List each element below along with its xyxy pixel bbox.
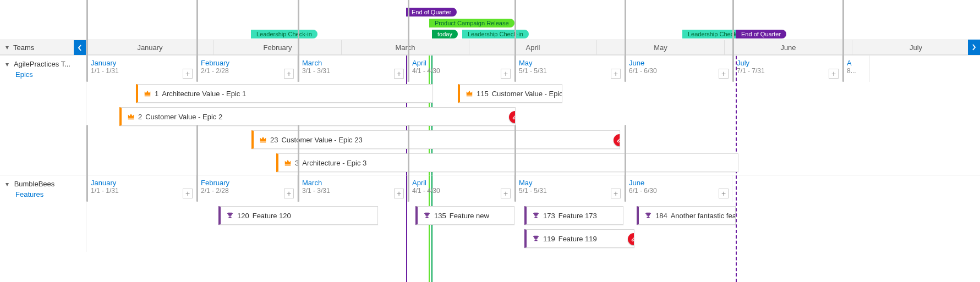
crown-icon xyxy=(284,159,292,167)
sprint-name[interactable]: June xyxy=(629,179,727,187)
backlog-level-link[interactable]: Epics xyxy=(15,70,80,79)
team-header[interactable]: ▾ AgilePractices T... xyxy=(6,60,80,68)
backlog-level-link[interactable]: Features xyxy=(15,190,80,198)
epic-card[interactable]: 115 Customer Value - Epic 115 xyxy=(458,84,562,103)
scroll-right-button[interactable] xyxy=(968,40,980,55)
sprint-divider xyxy=(86,125,88,202)
feature-card[interactable]: 135 Feature new xyxy=(415,206,514,225)
feature-card[interactable]: 120 Feature 120 xyxy=(218,206,378,225)
feature-card[interactable]: 184 Another fantastic feature xyxy=(637,206,736,225)
card-title: Feature 120 xyxy=(253,212,291,220)
marker-end-of-quarter-1[interactable]: End of Quarter xyxy=(406,8,457,16)
link-icon[interactable] xyxy=(614,134,620,146)
sprint-name[interactable]: January xyxy=(91,59,191,67)
card-title: Architecture - Epic 3 xyxy=(302,159,366,167)
trophy-icon xyxy=(226,212,234,219)
link-icon[interactable] xyxy=(509,111,516,123)
trophy-icon xyxy=(644,212,652,219)
card-title: Another fantastic feature xyxy=(671,212,736,220)
sprint-name[interactable]: June xyxy=(629,59,727,67)
add-item-button[interactable]: + xyxy=(183,69,193,79)
add-item-button[interactable]: + xyxy=(394,189,404,198)
sprint-divider xyxy=(298,0,299,82)
sprint-divider xyxy=(196,125,198,202)
crown-icon xyxy=(127,113,135,120)
month-header: June xyxy=(725,40,852,54)
card-title: Customer Value - Epic 23 xyxy=(281,136,362,144)
timeline-left-header: ▾ Teams xyxy=(0,40,86,54)
add-item-button[interactable]: + xyxy=(501,189,511,198)
month-header: April xyxy=(469,40,597,54)
crown-icon xyxy=(466,90,473,97)
sprint-column: January 1/1 - 1/31 + xyxy=(86,56,196,82)
marker-leadership-2[interactable]: Leadership Check-in xyxy=(462,30,529,38)
sprint-divider xyxy=(625,0,626,82)
team-header[interactable]: ▾ BumbleBees xyxy=(6,180,80,188)
card-title: Feature new xyxy=(450,212,489,220)
sprint-column: March 3/1 - 3/31 + xyxy=(298,175,408,202)
feature-card[interactable]: 119 Feature 119 xyxy=(524,229,634,248)
epic-card[interactable]: 2 Customer Value - Epic 2 xyxy=(119,107,516,126)
sprint-name[interactable]: May xyxy=(519,59,620,67)
sprint-name[interactable]: February xyxy=(201,179,293,187)
sprint-divider xyxy=(514,0,516,82)
card-title: Feature 119 xyxy=(559,235,597,243)
sprint-name[interactable]: March xyxy=(302,59,403,67)
sprint-column: June 6/1 - 6/30 + xyxy=(625,56,732,82)
card-id: 120 xyxy=(237,212,249,220)
link-icon[interactable] xyxy=(628,233,634,245)
sprint-name[interactable]: February xyxy=(201,59,293,67)
feature-card[interactable]: 173 Feature 173 xyxy=(524,206,623,225)
card-id: 115 xyxy=(477,90,489,98)
add-item-button[interactable]: + xyxy=(183,189,193,198)
sprint-dates: 6/1 - 6/30 xyxy=(629,67,727,75)
sprint-divider xyxy=(732,0,734,82)
sprint-name[interactable]: March xyxy=(302,179,403,187)
sprint-name[interactable]: January xyxy=(91,179,191,187)
add-item-button[interactable]: + xyxy=(719,189,729,198)
card-title: Customer Value - Epic 115 xyxy=(492,90,562,98)
sprint-column: February 2/1 - 2/28 + xyxy=(196,175,298,202)
scroll-left-button[interactable] xyxy=(74,40,86,56)
sprint-dates: 6/1 - 6/30 xyxy=(629,187,727,195)
card-id: 184 xyxy=(655,212,667,220)
team-left-pane: ▾ AgilePractices T... Epics xyxy=(0,56,86,175)
sprint-column: June 6/1 - 6/30 + xyxy=(625,175,732,202)
epic-card[interactable]: 23 Customer Value - Epic 23 xyxy=(251,130,620,149)
epic-card[interactable]: 3 Architecture - Epic 3 xyxy=(276,153,738,172)
add-item-button[interactable]: + xyxy=(611,189,621,198)
sprint-dates: 5/1 - 5/31 xyxy=(519,67,620,75)
sprint-divider xyxy=(625,125,626,202)
timeline-header: ▾ Teams January February March April May… xyxy=(0,40,980,55)
markers-band: End of Quarter Product Campaign Release … xyxy=(0,0,980,40)
sprint-name[interactable]: July xyxy=(737,59,837,67)
sprint-column: A 8... xyxy=(842,56,870,82)
epic-card[interactable]: 1 Architecture Value - Epic 1 xyxy=(136,84,433,103)
marker-today[interactable]: today xyxy=(432,30,458,38)
marker-leadership-1[interactable]: Leadership Check-in xyxy=(251,30,317,38)
sprint-dates: 1/1 - 1/31 xyxy=(91,187,191,195)
month-header: July xyxy=(852,40,980,54)
sprint-name[interactable]: A xyxy=(847,59,865,67)
sprint-name[interactable]: April xyxy=(412,179,510,187)
team-block-bumblebees: ▾ BumbleBees Features January 1/1 - 1/31… xyxy=(0,175,980,252)
add-item-button[interactable]: + xyxy=(501,69,511,79)
sprint-name[interactable]: May xyxy=(519,179,620,187)
add-item-button[interactable]: + xyxy=(284,189,294,198)
sprint-name[interactable]: April xyxy=(412,59,510,67)
add-item-button[interactable]: + xyxy=(394,69,404,79)
chevron-down-icon[interactable]: ▾ xyxy=(6,43,9,51)
add-item-button[interactable]: + xyxy=(284,69,294,79)
card-id: 119 xyxy=(543,235,555,243)
sprint-row: January 1/1 - 1/31 + February 2/1 - 2/28… xyxy=(86,56,980,82)
chevron-down-icon: ▾ xyxy=(6,180,9,188)
month-header: January xyxy=(86,40,214,54)
card-title: Feature 173 xyxy=(559,212,597,220)
add-item-button[interactable]: + xyxy=(829,69,839,79)
chevron-down-icon: ▾ xyxy=(6,60,9,68)
add-item-button[interactable]: + xyxy=(719,69,729,79)
add-item-button[interactable]: + xyxy=(611,69,621,79)
marker-product-campaign[interactable]: Product Campaign Release xyxy=(429,19,514,27)
marker-end-of-quarter-2[interactable]: End of Quarter xyxy=(736,30,786,38)
trophy-icon xyxy=(423,212,431,219)
